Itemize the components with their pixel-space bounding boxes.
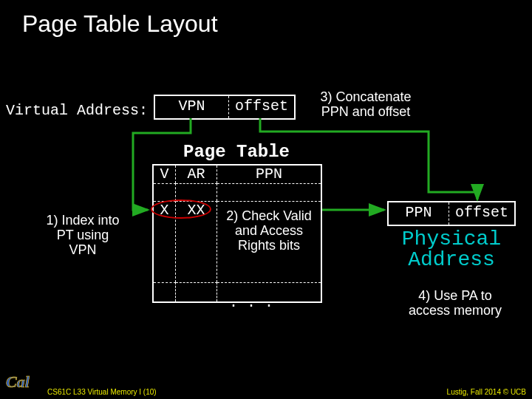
page-table-header-row: V AR PPN	[154, 166, 321, 183]
footer-right: Lustig, Fall 2014 © UCB	[447, 388, 526, 396]
ellipsis: . . .	[229, 294, 273, 311]
physical-address-label: Physical Address	[381, 229, 522, 270]
va-offset-field: offset	[229, 96, 294, 118]
pt-header-v: V	[154, 166, 176, 183]
highlight-oval	[151, 200, 211, 219]
virtual-address-label: Virtual Address:	[6, 102, 148, 119]
virtual-address-box: VPN offset	[154, 95, 296, 120]
pt-header-ppn: PPN	[217, 166, 321, 183]
footer-left: CS61C L33 Virtual Memory I (10)	[47, 388, 157, 396]
step-1-text: 1) Index into PT using VPN	[46, 213, 120, 257]
step-2-text: 2) Check Valid and Access Rights bits	[219, 208, 319, 253]
physical-address-box: PPN offset	[387, 201, 516, 226]
step-3-text: 3) Concatenate PPN and offset	[310, 90, 421, 120]
step-4-text: 4) Use PA to access memory	[403, 288, 507, 318]
svg-text:Cal: Cal	[6, 372, 30, 391]
cal-logo: Cal	[3, 368, 44, 395]
pt-header-ar: AR	[176, 166, 217, 183]
pa-offset-field: offset	[449, 202, 514, 225]
table-row	[154, 183, 321, 201]
pa-ppn-field: PPN	[389, 202, 449, 225]
va-vpn-field: VPN	[155, 96, 229, 118]
page-title: Page Table Layout	[22, 10, 218, 38]
page-table-title: Page Table	[183, 142, 290, 162]
